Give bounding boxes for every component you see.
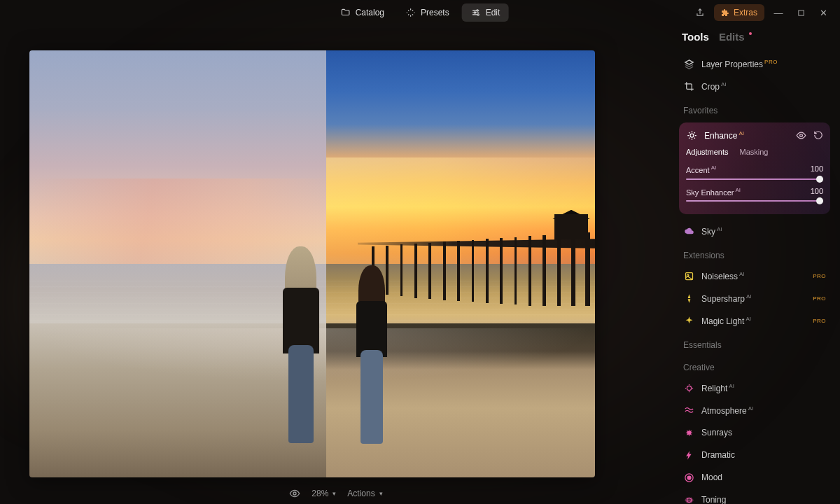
actions-menu[interactable]: Actions ▾	[347, 489, 382, 498]
toning-tool[interactable]: Toning	[679, 489, 830, 504]
edits-indicator	[749, 32, 752, 35]
zoom-level[interactable]: 28% ▾	[312, 489, 336, 498]
slider-thumb[interactable]	[816, 176, 823, 183]
supersharp-tool[interactable]: SupersharpAI PRO	[679, 287, 830, 309]
sunrays-icon	[683, 427, 694, 438]
tab-tools[interactable]: Tools	[682, 31, 709, 43]
svg-point-0	[477, 10, 478, 11]
noiseless-tool[interactable]: NoiselessAI PRO	[679, 265, 830, 287]
svg-point-1	[474, 12, 475, 13]
creative-section: Creative	[679, 354, 830, 377]
sunrays-tool[interactable]: Sunrays	[679, 421, 830, 444]
share-button[interactable]	[692, 4, 708, 21]
statusbar: 28% ▾ Actions ▾	[0, 483, 672, 504]
edit-label: Edit	[486, 8, 500, 18]
mood-tool[interactable]: Mood	[679, 466, 830, 489]
adjustments-tab[interactable]: Adjustments	[686, 148, 729, 156]
svg-point-6	[800, 134, 803, 136]
person-right	[346, 260, 397, 447]
minimize-button[interactable]: —	[770, 4, 787, 21]
edit-button[interactable]: Edit	[462, 4, 509, 22]
dramatic-icon	[683, 449, 694, 461]
enhance-icon	[686, 130, 697, 141]
extras-label: Extras	[734, 8, 757, 18]
crop-icon	[683, 80, 694, 92]
extensions-section: Extensions	[679, 242, 830, 265]
svg-point-5	[690, 134, 694, 137]
image-canvas[interactable]	[29, 50, 595, 477]
svg-point-11	[687, 476, 691, 479]
dramatic-tool[interactable]: Dramatic	[679, 444, 830, 466]
svg-point-4	[293, 492, 296, 495]
essentials-section: Essentials	[679, 332, 830, 354]
magiclight-icon	[683, 315, 694, 326]
cloud-icon	[683, 225, 694, 237]
before-after-preview	[29, 50, 595, 477]
relight-tool[interactable]: RelightAI	[679, 377, 830, 399]
folder-icon	[340, 7, 351, 18]
person-left	[272, 243, 329, 448]
close-button[interactable]: ✕	[815, 4, 832, 21]
toning-icon	[683, 494, 694, 504]
accent-slider[interactable]: AccentAI 100	[686, 164, 823, 180]
layer-properties-tool[interactable]: Layer PropertiesPRO	[679, 52, 830, 75]
mood-icon	[683, 472, 694, 483]
visibility-toggle[interactable]	[796, 130, 806, 141]
presets-label: Presets	[421, 8, 449, 18]
enhance-card: EnhanceAI Adjustments Masking AccentAI 1…	[679, 122, 830, 214]
chevron-down-icon: ▾	[379, 490, 383, 497]
maximize-button[interactable]	[792, 4, 809, 21]
supersharp-icon	[683, 293, 694, 304]
crop-tool[interactable]: CropAI	[679, 75, 830, 97]
atmosphere-tool[interactable]: AtmosphereAI	[679, 399, 830, 421]
atmosphere-icon	[683, 405, 694, 416]
chevron-down-icon: ▾	[332, 490, 336, 497]
sparkle-icon	[405, 7, 416, 18]
svg-point-9	[687, 386, 691, 390]
tab-edits[interactable]: Edits	[719, 31, 745, 43]
svg-rect-3	[798, 10, 803, 15]
tools-panel: Tools Edits Layer PropertiesPRO CropAI F…	[679, 28, 833, 504]
sky-tool[interactable]: SkyAI	[679, 220, 830, 242]
magiclight-tool[interactable]: Magic LightAI PRO	[679, 309, 830, 332]
preview-toggle[interactable]	[289, 488, 300, 499]
svg-point-2	[477, 14, 479, 15]
sliders-icon	[470, 7, 482, 18]
presets-button[interactable]: Presets	[397, 4, 458, 22]
puzzle-icon	[721, 8, 729, 17]
reset-button[interactable]	[813, 130, 823, 140]
sky-enhancer-slider[interactable]: Sky EnhancerAI 100	[686, 187, 823, 202]
extras-button[interactable]: Extras	[714, 4, 764, 21]
catalog-label: Catalog	[356, 8, 384, 18]
layers-icon	[683, 58, 694, 69]
slider-thumb[interactable]	[816, 197, 823, 204]
favorites-section: Favorites	[679, 97, 830, 120]
relight-icon	[683, 382, 694, 393]
catalog-button[interactable]: Catalog	[332, 4, 393, 22]
topbar: Catalog Presets Edit Extras — ✕	[0, 0, 840, 25]
noiseless-icon	[683, 270, 694, 281]
masking-tab[interactable]: Masking	[740, 148, 769, 156]
